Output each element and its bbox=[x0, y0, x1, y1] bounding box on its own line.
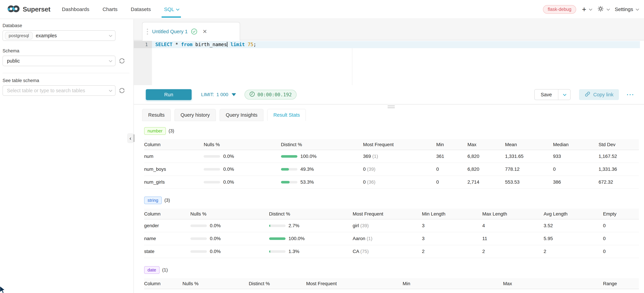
column-name-cell: state bbox=[144, 245, 189, 258]
database-select[interactable]: postgresql examples bbox=[2, 30, 116, 41]
schema-select[interactable]: public bbox=[2, 56, 116, 66]
table-row: num 0.0% 100.0% 369 (1) 361 6,820 1,331.… bbox=[144, 150, 639, 163]
distinct-progress: 100.0% bbox=[281, 154, 360, 159]
nav-item-dashboards[interactable]: Dashboards bbox=[62, 6, 89, 12]
query-tab[interactable]: Untitled Query 1 ✕ bbox=[142, 22, 240, 41]
sql-token: * bbox=[175, 42, 178, 47]
tab-query-insights[interactable]: Query Insights bbox=[220, 109, 264, 121]
sql-table-name: birth_names bbox=[195, 42, 227, 47]
nulls-progress: 0.0% bbox=[190, 249, 266, 254]
superset-logo-icon bbox=[7, 5, 20, 14]
column-name-cell: num bbox=[144, 150, 202, 163]
stat-cell: 553.53 bbox=[503, 176, 551, 188]
nulls-progress: 0.0% bbox=[204, 180, 278, 185]
limit-dropdown[interactable]: LIMIT: 1 000 bbox=[201, 92, 236, 97]
database-value: examples bbox=[36, 33, 57, 38]
brand-name: Superset bbox=[23, 6, 50, 13]
table-row: state 0.0% 1.3% CA (75) 2 2 2 0 bbox=[144, 245, 639, 258]
save-options-button[interactable] bbox=[558, 90, 570, 100]
sql-keyword: from bbox=[181, 42, 192, 47]
column-header: Column bbox=[144, 278, 181, 289]
top-navbar: Superset Dashboards Charts Datasets SQL … bbox=[0, 0, 644, 19]
chevron-down-icon bbox=[563, 92, 566, 96]
table-header-row: Column Nulls % Distinct % Most Frequent … bbox=[144, 139, 639, 150]
most-frequent-cell: 0 (36) bbox=[361, 176, 434, 188]
query-timer-badge: 00:00:00.192 bbox=[244, 90, 296, 100]
column-header: Distinct % bbox=[268, 208, 351, 219]
schema-value: public bbox=[7, 58, 20, 64]
chevron-down-icon bbox=[589, 7, 592, 11]
nav-item-sql[interactable]: SQL bbox=[164, 6, 178, 12]
distinct-progress: 100.0% bbox=[269, 236, 349, 241]
query-tab-bar: Untitled Query 1 ✕ + bbox=[134, 19, 644, 40]
link-icon bbox=[584, 91, 590, 98]
collapse-sidebar-button[interactable]: ‹ bbox=[127, 133, 134, 143]
column-header: Median bbox=[551, 139, 597, 150]
distinct-progress: 49.3% bbox=[281, 166, 360, 172]
column-name-cell: ds bbox=[144, 289, 181, 293]
more-options-button[interactable]: ··· bbox=[627, 92, 634, 98]
superset-brand[interactable]: Superset bbox=[7, 5, 50, 14]
column-header: Mean bbox=[503, 139, 551, 150]
stat-cell: 6,820 bbox=[466, 163, 504, 176]
column-header: Max Length bbox=[480, 208, 542, 219]
stat-cell: 1965-01-01T03:00:00.000Z bbox=[502, 289, 601, 293]
stat-cell: 361 bbox=[434, 150, 466, 163]
column-name-cell: name bbox=[144, 232, 189, 245]
stat-cell: 0 bbox=[551, 163, 597, 176]
column-header: Distinct % bbox=[247, 278, 304, 289]
stat-cell: 11 bbox=[480, 232, 542, 245]
tab-result-stats[interactable]: Result Stats bbox=[267, 109, 306, 121]
table-row: num_girls 0.0% 53.3% 0 (36) 0 2,714 553.… bbox=[144, 176, 639, 188]
tab-query-history[interactable]: Query history bbox=[174, 109, 216, 121]
stat-cell: 1,331.36 bbox=[597, 163, 639, 176]
distinct-progress: 1.3% bbox=[269, 249, 349, 254]
stat-cell: 2 bbox=[542, 245, 601, 258]
stat-cell: 2 bbox=[420, 245, 480, 258]
refresh-schemas-icon[interactable] bbox=[118, 58, 125, 64]
column-header: Most Frequent bbox=[304, 278, 401, 289]
new-item-dropdown[interactable]: + bbox=[582, 6, 592, 13]
close-tab-icon[interactable]: ✕ bbox=[203, 28, 207, 35]
most-frequent-cell: Aaron (1) bbox=[351, 232, 420, 245]
editor-toolbar: Run LIMIT: 1 000 00:00:00.192 Save bbox=[134, 85, 644, 104]
save-button[interactable]: Save bbox=[535, 90, 558, 100]
run-button[interactable]: Run bbox=[146, 89, 192, 100]
nav-item-charts[interactable]: Charts bbox=[102, 6, 118, 12]
settings-menu[interactable]: Settings bbox=[615, 6, 638, 12]
stat-cell: 4 bbox=[480, 219, 542, 232]
type-count: (3) bbox=[168, 128, 174, 134]
stat-cell: 0 bbox=[601, 219, 639, 232]
scrollbar-thumb[interactable] bbox=[133, 134, 135, 142]
type-tag-number: number bbox=[144, 127, 166, 135]
chevron-left-icon: ‹ bbox=[130, 135, 132, 142]
tab-results[interactable]: Results bbox=[142, 109, 171, 121]
database-label: Database bbox=[2, 23, 134, 28]
stats-section-date: date (1) Column Nulls % Distinct % Most … bbox=[144, 266, 639, 293]
copy-link-button[interactable]: Copy link bbox=[579, 89, 619, 100]
drag-handle-icon[interactable] bbox=[147, 29, 148, 34]
resize-handle[interactable] bbox=[388, 106, 395, 108]
check-circle-icon bbox=[191, 28, 198, 35]
stat-cell: 778.12 bbox=[503, 163, 551, 176]
table-select[interactable]: Select table or type to search tables bbox=[2, 85, 116, 96]
limit-label: LIMIT: bbox=[201, 92, 214, 97]
sql-editor[interactable]: 1 SELECT * from birth_names limit 75; bbox=[134, 40, 644, 85]
limit-value: 1 000 bbox=[216, 92, 228, 97]
column-header: Std Dev bbox=[597, 139, 639, 150]
theme-dropdown[interactable] bbox=[597, 6, 609, 14]
type-count: (1) bbox=[162, 268, 168, 273]
table-row: ds 0.0% 1.3% 1965-01-01T00:00:00 (75) 19… bbox=[144, 289, 639, 293]
nulls-progress: 0.0% bbox=[204, 166, 278, 172]
refresh-tables-icon[interactable] bbox=[118, 87, 125, 94]
sql-number: 75 bbox=[248, 42, 253, 47]
most-frequent-cell: girl (39) bbox=[351, 219, 420, 232]
stat-cell: 1965-01-01T03:00:00.000Z bbox=[401, 289, 501, 293]
nav-item-datasets[interactable]: Datasets bbox=[131, 6, 151, 12]
stat-cell: 0 bbox=[434, 176, 466, 188]
stat-cell: 0 bbox=[601, 232, 639, 245]
chevron-down-icon bbox=[636, 7, 639, 11]
stat-cell: 5.95 bbox=[542, 232, 601, 245]
sql-code-line: SELECT * from birth_names limit 75; bbox=[155, 41, 256, 48]
column-header: Max bbox=[466, 139, 504, 150]
